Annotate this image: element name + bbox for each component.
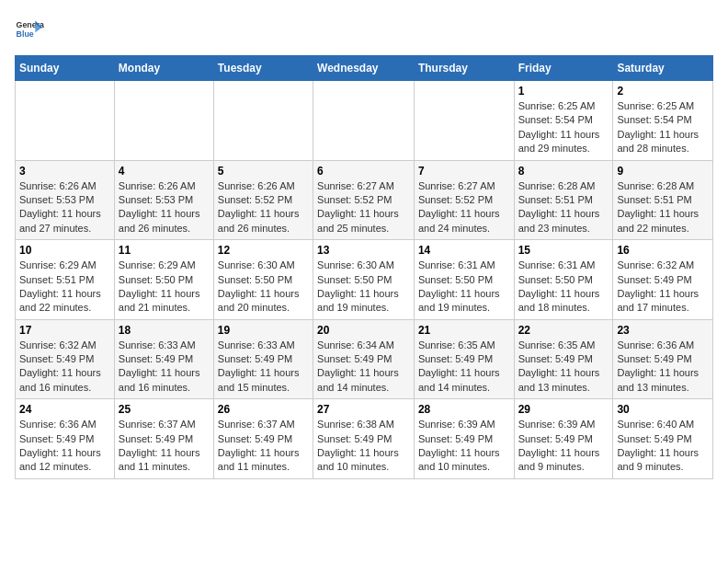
calendar-cell: 30Sunrise: 6:40 AM Sunset: 5:49 PM Dayli…	[613, 399, 713, 479]
day-info: Sunrise: 6:39 AM Sunset: 5:49 PM Dayligh…	[518, 418, 609, 475]
calendar-cell	[114, 81, 213, 161]
day-number: 30	[617, 403, 709, 416]
calendar-week-3: 10Sunrise: 6:29 AM Sunset: 5:51 PM Dayli…	[16, 240, 713, 320]
calendar-cell	[313, 81, 415, 161]
day-number: 19	[218, 324, 309, 337]
calendar-cell: 19Sunrise: 6:33 AM Sunset: 5:49 PM Dayli…	[213, 319, 313, 399]
day-number: 8	[518, 165, 609, 178]
day-number: 26	[218, 403, 309, 416]
calendar-header-monday: Monday	[114, 56, 213, 81]
calendar-cell: 10Sunrise: 6:29 AM Sunset: 5:51 PM Dayli…	[16, 240, 115, 320]
day-info: Sunrise: 6:33 AM Sunset: 5:49 PM Dayligh…	[218, 339, 309, 396]
day-number: 29	[518, 403, 609, 416]
calendar-cell: 2Sunrise: 6:25 AM Sunset: 5:54 PM Daylig…	[613, 81, 713, 161]
calendar-cell	[414, 81, 514, 161]
day-info: Sunrise: 6:31 AM Sunset: 5:50 PM Dayligh…	[418, 259, 510, 316]
calendar-cell: 12Sunrise: 6:30 AM Sunset: 5:50 PM Dayli…	[213, 240, 313, 320]
day-number: 24	[19, 403, 110, 416]
calendar-cell: 29Sunrise: 6:39 AM Sunset: 5:49 PM Dayli…	[514, 399, 613, 479]
calendar-cell	[213, 81, 313, 161]
calendar-cell: 26Sunrise: 6:37 AM Sunset: 5:49 PM Dayli…	[213, 399, 313, 479]
day-info: Sunrise: 6:32 AM Sunset: 5:49 PM Dayligh…	[19, 339, 110, 396]
day-info: Sunrise: 6:29 AM Sunset: 5:51 PM Dayligh…	[19, 259, 110, 316]
day-info: Sunrise: 6:32 AM Sunset: 5:49 PM Dayligh…	[617, 259, 709, 316]
calendar-cell: 17Sunrise: 6:32 AM Sunset: 5:49 PM Dayli…	[16, 319, 115, 399]
day-number: 15	[518, 244, 609, 257]
calendar-cell: 21Sunrise: 6:35 AM Sunset: 5:49 PM Dayli…	[414, 319, 514, 399]
calendar-cell: 23Sunrise: 6:36 AM Sunset: 5:49 PM Dayli…	[613, 319, 713, 399]
day-info: Sunrise: 6:25 AM Sunset: 5:54 PM Dayligh…	[617, 99, 709, 156]
day-info: Sunrise: 6:27 AM Sunset: 5:52 PM Dayligh…	[418, 179, 510, 236]
day-info: Sunrise: 6:28 AM Sunset: 5:51 PM Dayligh…	[617, 179, 709, 236]
day-info: Sunrise: 6:33 AM Sunset: 5:49 PM Dayligh…	[119, 339, 210, 396]
day-number: 6	[317, 165, 410, 178]
logo-icon: General Blue	[15, 15, 44, 44]
day-info: Sunrise: 6:29 AM Sunset: 5:50 PM Dayligh…	[119, 259, 210, 316]
calendar-header-thursday: Thursday	[414, 56, 514, 81]
day-number: 9	[617, 165, 709, 178]
day-number: 3	[19, 165, 110, 178]
svg-text:Blue: Blue	[17, 29, 34, 39]
logo: General Blue	[15, 15, 44, 44]
day-info: Sunrise: 6:26 AM Sunset: 5:53 PM Dayligh…	[119, 179, 210, 236]
calendar-table: SundayMondayTuesdayWednesdayThursdayFrid…	[15, 55, 713, 479]
calendar-cell: 9Sunrise: 6:28 AM Sunset: 5:51 PM Daylig…	[613, 160, 713, 240]
day-number: 23	[617, 324, 709, 337]
day-number: 4	[119, 165, 210, 178]
calendar-cell: 25Sunrise: 6:37 AM Sunset: 5:49 PM Dayli…	[114, 399, 213, 479]
day-number: 18	[119, 324, 210, 337]
calendar-cell: 18Sunrise: 6:33 AM Sunset: 5:49 PM Dayli…	[114, 319, 213, 399]
calendar-header-wednesday: Wednesday	[313, 56, 415, 81]
day-info: Sunrise: 6:39 AM Sunset: 5:49 PM Dayligh…	[418, 418, 510, 475]
day-number: 14	[418, 244, 510, 257]
day-info: Sunrise: 6:31 AM Sunset: 5:50 PM Dayligh…	[518, 259, 609, 316]
calendar-cell: 24Sunrise: 6:36 AM Sunset: 5:49 PM Dayli…	[16, 399, 115, 479]
calendar-cell: 6Sunrise: 6:27 AM Sunset: 5:52 PM Daylig…	[313, 160, 415, 240]
day-info: Sunrise: 6:36 AM Sunset: 5:49 PM Dayligh…	[19, 418, 110, 475]
day-number: 10	[19, 244, 110, 257]
calendar-cell: 7Sunrise: 6:27 AM Sunset: 5:52 PM Daylig…	[414, 160, 514, 240]
calendar-cell: 4Sunrise: 6:26 AM Sunset: 5:53 PM Daylig…	[114, 160, 213, 240]
day-number: 21	[418, 324, 510, 337]
day-info: Sunrise: 6:34 AM Sunset: 5:49 PM Dayligh…	[317, 339, 410, 396]
calendar-cell: 22Sunrise: 6:35 AM Sunset: 5:49 PM Dayli…	[514, 319, 613, 399]
calendar-cell: 14Sunrise: 6:31 AM Sunset: 5:50 PM Dayli…	[414, 240, 514, 320]
calendar-cell: 5Sunrise: 6:26 AM Sunset: 5:52 PM Daylig…	[213, 160, 313, 240]
calendar-cell: 1Sunrise: 6:25 AM Sunset: 5:54 PM Daylig…	[514, 81, 613, 161]
day-info: Sunrise: 6:36 AM Sunset: 5:49 PM Dayligh…	[617, 339, 709, 396]
calendar-cell: 11Sunrise: 6:29 AM Sunset: 5:50 PM Dayli…	[114, 240, 213, 320]
calendar-header-saturday: Saturday	[613, 56, 713, 81]
calendar-week-1: 1Sunrise: 6:25 AM Sunset: 5:54 PM Daylig…	[16, 81, 713, 161]
calendar-cell: 3Sunrise: 6:26 AM Sunset: 5:53 PM Daylig…	[16, 160, 115, 240]
day-info: Sunrise: 6:26 AM Sunset: 5:52 PM Dayligh…	[218, 179, 309, 236]
calendar-cell: 28Sunrise: 6:39 AM Sunset: 5:49 PM Dayli…	[414, 399, 514, 479]
calendar-cell: 20Sunrise: 6:34 AM Sunset: 5:49 PM Dayli…	[313, 319, 415, 399]
day-number: 11	[119, 244, 210, 257]
calendar-cell: 16Sunrise: 6:32 AM Sunset: 5:49 PM Dayli…	[613, 240, 713, 320]
day-number: 22	[518, 324, 609, 337]
calendar-header-friday: Friday	[514, 56, 613, 81]
day-number: 17	[19, 324, 110, 337]
calendar-week-4: 17Sunrise: 6:32 AM Sunset: 5:49 PM Dayli…	[16, 319, 713, 399]
day-number: 1	[518, 85, 609, 98]
day-number: 13	[317, 244, 410, 257]
day-info: Sunrise: 6:37 AM Sunset: 5:49 PM Dayligh…	[218, 418, 309, 475]
day-info: Sunrise: 6:30 AM Sunset: 5:50 PM Dayligh…	[317, 259, 410, 316]
day-info: Sunrise: 6:38 AM Sunset: 5:49 PM Dayligh…	[317, 418, 410, 475]
calendar-header-sunday: Sunday	[16, 56, 115, 81]
day-info: Sunrise: 6:40 AM Sunset: 5:49 PM Dayligh…	[617, 418, 709, 475]
calendar-cell: 27Sunrise: 6:38 AM Sunset: 5:49 PM Dayli…	[313, 399, 415, 479]
day-info: Sunrise: 6:26 AM Sunset: 5:53 PM Dayligh…	[19, 179, 110, 236]
day-info: Sunrise: 6:35 AM Sunset: 5:49 PM Dayligh…	[418, 339, 510, 396]
day-number: 25	[119, 403, 210, 416]
day-info: Sunrise: 6:27 AM Sunset: 5:52 PM Dayligh…	[317, 179, 410, 236]
calendar-cell	[16, 81, 115, 161]
day-number: 2	[617, 85, 709, 98]
day-number: 7	[418, 165, 510, 178]
day-number: 20	[317, 324, 410, 337]
calendar-cell: 13Sunrise: 6:30 AM Sunset: 5:50 PM Dayli…	[313, 240, 415, 320]
calendar-cell: 8Sunrise: 6:28 AM Sunset: 5:51 PM Daylig…	[514, 160, 613, 240]
day-info: Sunrise: 6:35 AM Sunset: 5:49 PM Dayligh…	[518, 339, 609, 396]
calendar-header-tuesday: Tuesday	[213, 56, 313, 81]
page-header: General Blue	[15, 15, 713, 44]
